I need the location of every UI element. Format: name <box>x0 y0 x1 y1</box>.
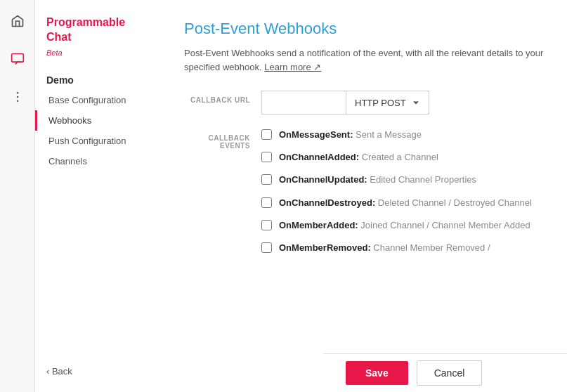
event-on-member-added: OnMemberAdded: Joined Channel / Channel … <box>261 219 545 232</box>
label-on-member-added: OnMemberAdded: Joined Channel / Channel … <box>279 219 530 232</box>
checkbox-on-member-added[interactable] <box>261 220 272 230</box>
sidebar-nav: Programmable Chat Beta Demo Base Configu… <box>35 0 162 392</box>
footer-bar: Save Cancel <box>323 353 567 392</box>
cancel-button[interactable]: Cancel <box>417 360 483 386</box>
event-on-channel-updated: OnChannelUpdated: Edited Channel Propert… <box>261 174 545 186</box>
callback-events-label: CALLBACK EVENTS <box>184 129 261 150</box>
more-icon[interactable] <box>5 84 30 110</box>
callback-url-input[interactable] <box>261 91 346 115</box>
checkbox-on-member-removed[interactable] <box>261 242 272 253</box>
checkbox-on-channel-updated[interactable] <box>261 174 272 185</box>
event-on-message-sent: OnMessageSent: Sent a Message <box>261 129 545 141</box>
callback-events-control: OnMessageSent: Sent a Message OnChannelA… <box>261 129 545 254</box>
svg-point-1 <box>16 92 18 94</box>
callback-events-row: CALLBACK EVENTS OnMessageSent: Sent a Me… <box>184 129 545 254</box>
chat-icon[interactable] <box>5 46 30 72</box>
method-select[interactable]: HTTP POST <box>346 91 429 115</box>
main-content: Post-Event Webhooks Post-Event Webhooks … <box>162 0 567 318</box>
page-title: Post-Event Webhooks <box>184 20 545 38</box>
callback-url-control: HTTP POST <box>261 91 545 115</box>
event-on-channel-destroyed: OnChannelDestroyed: Deleted Channel / De… <box>261 197 545 209</box>
event-on-member-removed: OnMemberRemoved: Channel Member Removed … <box>261 242 545 254</box>
app-title: Programmable Chat Beta <box>35 8 162 70</box>
label-on-member-removed: OnMemberRemoved: Channel Member Removed … <box>279 242 490 254</box>
label-on-channel-added: OnChannelAdded: Created a Channel <box>279 151 438 164</box>
label-on-channel-destroyed: OnChannelDestroyed: Deleted Channel / De… <box>279 197 532 209</box>
sidebar-item-base-config[interactable]: Base Configuration <box>35 90 162 110</box>
icon-strip <box>0 0 35 392</box>
checkbox-on-channel-destroyed[interactable] <box>261 197 272 208</box>
section-label: Demo <box>35 70 162 90</box>
callback-url-row: CALLBACK URL HTTP POST <box>184 91 545 115</box>
sidebar-item-webhooks[interactable]: Webhooks <box>35 110 162 131</box>
learn-more-link[interactable]: Learn more ↗ <box>264 62 321 72</box>
sidebar-item-push-config[interactable]: Push Configuration <box>35 131 162 151</box>
home-icon[interactable] <box>5 8 30 34</box>
label-on-channel-updated: OnChannelUpdated: Edited Channel Propert… <box>279 174 476 186</box>
checkbox-on-message-sent[interactable] <box>261 129 272 140</box>
checkbox-list: OnMessageSent: Sent a Message OnChannelA… <box>261 129 545 254</box>
label-on-message-sent: OnMessageSent: Sent a Message <box>279 129 422 141</box>
sidebar-item-channels[interactable]: Channels <box>35 151 162 171</box>
save-button[interactable]: Save <box>346 361 408 385</box>
page-description: Post-Event Webhooks send a notification … <box>184 46 545 74</box>
svg-point-3 <box>16 100 18 103</box>
back-link[interactable]: ‹ Back <box>35 359 162 384</box>
svg-point-2 <box>16 96 18 98</box>
event-on-channel-added: OnChannelAdded: Created a Channel <box>261 151 545 164</box>
callback-url-label: CALLBACK URL <box>184 91 261 104</box>
svg-rect-0 <box>11 54 23 63</box>
checkbox-on-channel-added[interactable] <box>261 152 272 162</box>
